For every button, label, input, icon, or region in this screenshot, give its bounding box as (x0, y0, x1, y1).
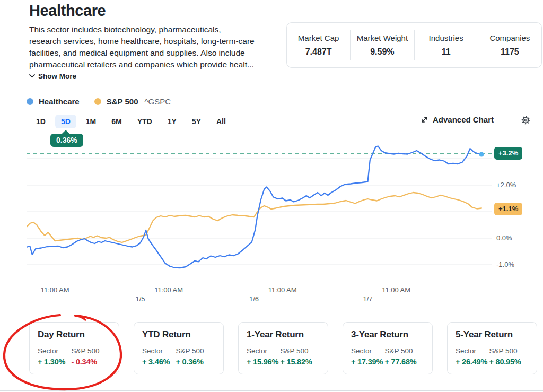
return-col-label: Sector (247, 347, 280, 355)
stat-value: 11 (442, 47, 451, 57)
return-card-title: YTD Return (142, 329, 215, 340)
return-col-label: S&P 500 (384, 347, 424, 355)
return-col-value: - 0.34% (71, 358, 111, 366)
return-col-label: Sector (142, 347, 176, 355)
x-label-11-00-am: 11:00 AM (268, 286, 297, 294)
return-card-1-year-return: 1-Year ReturnSectorS&P 500+ 15.96%+ 15.8… (238, 322, 328, 374)
section-divider (0, 390, 543, 391)
legend-sp500[interactable]: S&P 500 (107, 97, 138, 106)
stat-label: Industries (429, 33, 463, 42)
stat-value: 1175 (501, 47, 519, 57)
return-col-value: + 0.36% (176, 358, 215, 366)
return-col-label: Sector (456, 347, 489, 355)
return-col-value: + 3.46% (142, 358, 176, 366)
range-change-tooltip: 0.36% (50, 134, 83, 147)
return-col-label: S&P 500 (71, 347, 111, 355)
tab-1y[interactable]: 1Y (162, 115, 182, 128)
sp500-series-dot (94, 98, 101, 105)
stat-label: Market Cap (298, 33, 339, 42)
chart-plot-area[interactable] (27, 139, 493, 279)
advanced-chart-label: Advanced Chart (433, 115, 494, 124)
sp500-ticker: ^GSPC (144, 97, 171, 106)
sector-stats-box: Market Cap 7.487T Market Weight 9.59% In… (286, 22, 542, 68)
show-more-link[interactable]: Show More (29, 72, 76, 80)
tab-5y[interactable]: 5Y (186, 115, 207, 128)
return-col-label: Sector (38, 347, 71, 355)
x-label-1-5: 1/5 (135, 295, 145, 303)
return-card-title: 3-Year Return (351, 329, 424, 340)
return-col-value: + 77.68% (384, 358, 424, 366)
x-label-11-00-am: 11:00 AM (154, 286, 183, 294)
time-range-tabs: 1D5D1M6MYTD1Y5YAll (30, 115, 232, 128)
return-col-label: S&P 500 (489, 347, 529, 355)
stat-industries: Industries 11 (414, 30, 478, 60)
advanced-chart-button[interactable]: Advanced Chart (421, 115, 494, 124)
return-col-value: + 80.95% (489, 358, 529, 366)
return-card-day-return: Day ReturnSectorS&P 500+ 1.30%- 0.34% (29, 322, 119, 374)
return-card-title: 5-Year Return (456, 329, 529, 340)
stat-market-cap: Market Cap 7.487T (287, 30, 350, 60)
stat-market-weight: Market Weight 9.59% (350, 30, 414, 60)
return-col-label: S&P 500 (176, 347, 215, 355)
y-label-2.0: +2.0% (496, 180, 516, 190)
return-col-value: + 15.96% (247, 358, 280, 366)
return-card-ytd-return: YTD ReturnSectorS&P 500+ 3.46%+ 0.36% (134, 322, 224, 374)
return-card-title: Day Return (38, 329, 111, 340)
legend-healthcare[interactable]: Healthcare (39, 97, 80, 106)
y-label--1.0: -1.0% (496, 259, 514, 270)
expand-icon (421, 116, 428, 124)
tab-1m[interactable]: 1M (80, 115, 102, 128)
chart-legend: Healthcare S&P 500 ^GSPC (27, 97, 171, 106)
return-cards-row: Day ReturnSectorS&P 500+ 1.30%- 0.34%YTD… (29, 322, 537, 374)
return-col-value: + 15.82% (280, 358, 320, 366)
tab-ytd[interactable]: YTD (132, 115, 158, 128)
return-card-3-year-return: 3-Year ReturnSectorS&P 500+ 17.39%+ 77.6… (343, 322, 433, 374)
x-label-11-00-am: 11:00 AM (41, 286, 69, 294)
stat-companies: Companies 1175 (478, 30, 541, 60)
tab-5d[interactable]: 5D (55, 115, 76, 128)
return-col-value: + 17.39% (351, 358, 384, 366)
return-col-value: + 26.49% (456, 358, 489, 366)
return-card-5-year-return: 5-Year ReturnSectorS&P 500+ 26.49%+ 80.9… (447, 322, 537, 374)
tab-6m[interactable]: 6M (106, 115, 127, 128)
x-label-11-00-am: 11:00 AM (382, 286, 410, 294)
return-col-value: + 1.30% (38, 358, 71, 366)
healthcare-series-dot (27, 98, 33, 105)
sector-description: This sector includes biotechnology, phar… (29, 24, 283, 71)
performance-chart[interactable] (27, 139, 493, 279)
chart-settings-button[interactable] (521, 115, 531, 125)
return-card-title: 1-Year Return (247, 329, 320, 340)
return-col-label: S&P 500 (280, 347, 320, 355)
y-label-0.0: 0.0% (496, 233, 512, 243)
return-col-label: Sector (351, 347, 384, 355)
y-label-1.1: +1.1% (494, 203, 522, 215)
y-label-3.2: +3.2% (494, 147, 522, 160)
tab-1d[interactable]: 1D (30, 115, 51, 128)
stat-label: Companies (489, 33, 530, 42)
show-more-label: Show More (38, 72, 76, 80)
x-label-1-7: 1/7 (363, 295, 372, 303)
page-title: Healthcare (29, 2, 106, 20)
stat-value: 9.59% (370, 47, 394, 57)
gear-icon (521, 115, 531, 125)
chevron-down-icon (29, 74, 35, 78)
tab-all[interactable]: All (211, 115, 232, 128)
stat-value: 7.487T (305, 47, 332, 57)
stat-label: Market Weight (357, 33, 408, 42)
x-label-1-6: 1/6 (249, 295, 259, 303)
